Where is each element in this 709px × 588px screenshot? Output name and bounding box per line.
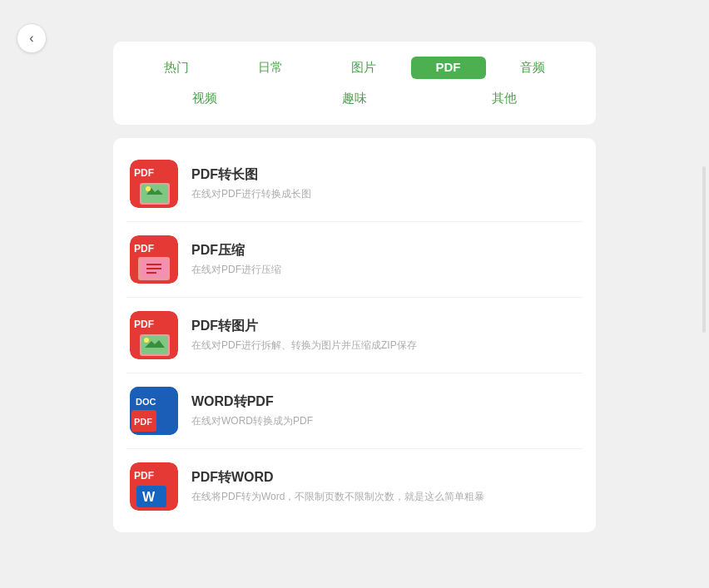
- tool-name-1: PDF压缩: [191, 242, 579, 259]
- category-item-音频[interactable]: 音频: [486, 57, 580, 79]
- tool-info-0: PDF转长图在线对PDF进行转换成长图: [191, 166, 579, 201]
- tool-info-1: PDF压缩在线对PDF进行压缩: [191, 242, 579, 277]
- tool-desc-0: 在线对PDF进行转换成长图: [191, 187, 579, 201]
- tool-desc-1: 在线对PDF进行压缩: [191, 263, 579, 277]
- category-row-1: 热门日常图片PDF音频: [130, 57, 579, 79]
- tool-desc-3: 在线对WORD转换成为PDF: [191, 414, 579, 428]
- category-item-趣味[interactable]: 趣味: [280, 87, 429, 110]
- tool-icon-4: PDF W: [130, 462, 178, 511]
- svg-text:PDF: PDF: [134, 243, 154, 254]
- category-filter: 热门日常图片PDF音频 视频趣味其他: [113, 42, 596, 125]
- tool-item-4[interactable]: PDF W PDF转WORD在线将PDF转为Word，不限制页数不限制次数，就是…: [126, 449, 583, 524]
- svg-text:PDF: PDF: [134, 319, 154, 330]
- tool-icon-1: PDF: [130, 235, 178, 284]
- tool-desc-2: 在线对PDF进行拆解、转换为图片并压缩成ZIP保存: [191, 338, 579, 353]
- tool-info-2: PDF转图片在线对PDF进行拆解、转换为图片并压缩成ZIP保存: [191, 318, 579, 353]
- tool-desc-4: 在线将PDF转为Word，不限制页数不限制次数，就是这么简单粗暴: [191, 490, 579, 504]
- category-item-其他[interactable]: 其他: [429, 87, 579, 110]
- svg-text:PDF: PDF: [134, 417, 152, 427]
- tool-item-1[interactable]: PDF PDF压缩在线对PDF进行压缩: [126, 222, 583, 298]
- tool-item-0[interactable]: PDF PDF转长图在线对PDF进行转换成长图: [126, 146, 583, 222]
- svg-point-18: [144, 338, 149, 343]
- tool-name-3: WORD转PDF: [191, 393, 579, 411]
- category-row-2: 视频趣味其他: [130, 87, 579, 110]
- category-item-视频[interactable]: 视频: [130, 87, 280, 110]
- tool-icon-0: PDF: [130, 160, 178, 208]
- scrollbar[interactable]: [702, 166, 706, 333]
- tool-info-4: PDF转WORD在线将PDF转为Word，不限制页数不限制次数，就是这么简单粗暴: [191, 469, 579, 504]
- svg-text:PDF: PDF: [134, 470, 154, 482]
- category-item-PDF[interactable]: PDF: [411, 57, 486, 79]
- category-item-热门[interactable]: 热门: [130, 57, 224, 79]
- tool-name-2: PDF转图片: [191, 318, 579, 335]
- tool-icon-2: PDF: [130, 311, 178, 359]
- page-title: [0, 0, 709, 42]
- tool-name-4: PDF转WORD: [191, 469, 579, 487]
- tool-info-3: WORD转PDF在线对WORD转换成为PDF: [191, 393, 579, 428]
- tool-item-2[interactable]: PDF PDF转图片在线对PDF进行拆解、转换为图片并压缩成ZIP保存: [126, 298, 583, 373]
- svg-text:W: W: [142, 490, 156, 504]
- category-item-图片[interactable]: 图片: [317, 57, 411, 79]
- svg-text:DOC: DOC: [136, 397, 156, 407]
- back-icon: ‹: [29, 31, 33, 46]
- back-button[interactable]: ‹: [17, 23, 47, 53]
- tool-item-3[interactable]: DOC PDF WORD转PDF在线对WORD转换成为PDF: [126, 373, 583, 449]
- category-item-日常[interactable]: 日常: [224, 57, 318, 79]
- tool-icon-3: DOC PDF: [130, 387, 178, 435]
- tool-name-0: PDF转长图: [191, 166, 579, 184]
- svg-text:PDF: PDF: [134, 167, 154, 179]
- tool-list: PDF PDF转长图在线对PDF进行转换成长图 PDF PDF压缩在线对PDF进…: [113, 138, 596, 532]
- main-content: 热门日常图片PDF音频 视频趣味其他 PDF PDF转长图在线对PDF进行转换成…: [113, 42, 596, 532]
- svg-point-5: [146, 186, 151, 191]
